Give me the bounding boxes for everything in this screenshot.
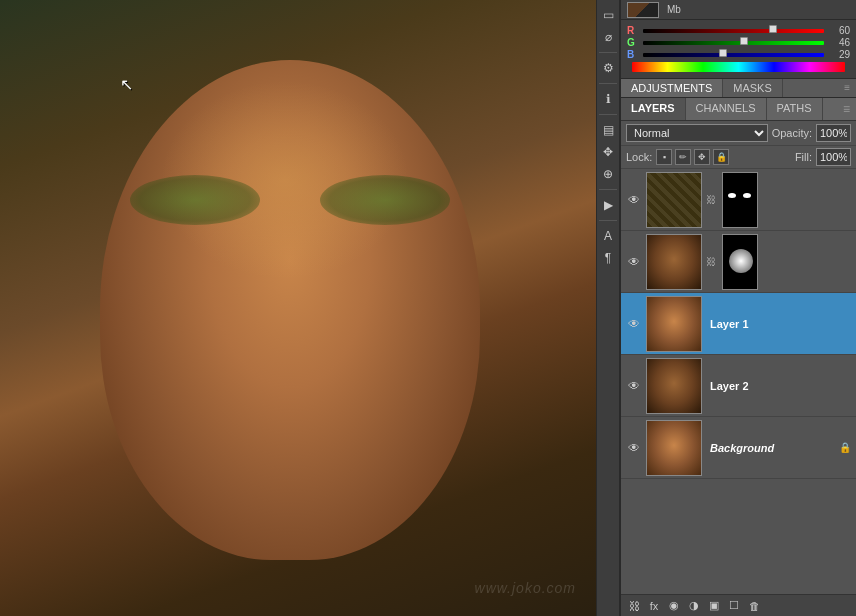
tool-crop[interactable]: ⚙ (598, 58, 618, 78)
curve-row-r: R 60 (627, 25, 850, 36)
thumb-face-dark-2 (647, 359, 701, 413)
layer-visibility-btn-1[interactable]: 👁 (626, 254, 642, 270)
adjustment-masks-tabbar: ADJUSTMENTS MASKS ≡ (621, 79, 856, 98)
cursor-arrow: ↖ (120, 75, 132, 91)
canvas-area: ↖ www.joko.com (0, 0, 596, 616)
layer-visibility-btn-2[interactable]: 👁 (626, 316, 642, 332)
g-track-bar (643, 41, 824, 45)
b-thumb[interactable] (719, 49, 727, 57)
lock-transparent-btn[interactable]: ▪ (656, 149, 672, 165)
background-lock-icon: 🔒 (839, 442, 851, 454)
link-layers-btn[interactable]: ⛓ (625, 597, 643, 615)
layers-panel-menu-btn[interactable]: ≡ (837, 98, 856, 120)
r-track[interactable] (643, 27, 824, 35)
layers-channels-paths-tabbar: LAYERS CHANNELS PATHS ≡ (621, 98, 856, 121)
layer-link-icon-0: ⛓ (706, 172, 716, 228)
r-value: 60 (828, 25, 850, 36)
layer-style-btn[interactable]: fx (645, 597, 663, 615)
toolbar-separator-5 (599, 220, 617, 221)
layer-visibility-btn-0[interactable]: 👁 (626, 192, 642, 208)
r-track-bar (643, 29, 824, 33)
layer-thumbnail-1 (646, 234, 702, 290)
g-thumb[interactable] (740, 37, 748, 45)
mask-eyes-thumb (723, 173, 757, 227)
watermark: www.joko.com (475, 580, 576, 596)
blend-mode-select[interactable]: Normal (626, 124, 768, 142)
mask-dot-right (743, 193, 751, 198)
fill-input[interactable] (816, 148, 851, 166)
tool-lasso[interactable]: ⌀ (598, 27, 618, 47)
fill-label: Fill: (795, 151, 812, 163)
g-track[interactable] (643, 39, 824, 47)
lock-position-btn[interactable]: ✥ (694, 149, 710, 165)
tool-move[interactable]: ✥ (598, 142, 618, 162)
group-layers-btn[interactable]: ▣ (705, 597, 723, 615)
panel-menu-btn[interactable]: ≡ (838, 79, 856, 97)
layer-visibility-btn-4[interactable]: 👁 (626, 440, 642, 456)
tab-layers[interactable]: LAYERS (621, 98, 686, 120)
eye-shadow-left (130, 175, 260, 225)
toolbar-separator-1 (599, 52, 617, 53)
canvas-image: ↖ www.joko.com (0, 0, 596, 616)
lock-all-btn[interactable]: 🔒 (713, 149, 729, 165)
b-label: B (627, 49, 639, 60)
eye-shadow-right (320, 175, 450, 225)
thumb-face-dark (647, 235, 701, 289)
mask-glow-circle (729, 249, 753, 273)
thumb-bg-face (647, 421, 701, 475)
tab-spacer (823, 98, 837, 120)
layer-thumbnail-4 (646, 420, 702, 476)
new-layer-btn[interactable]: ☐ (725, 597, 743, 615)
lock-pixels-btn[interactable]: ✏ (675, 149, 691, 165)
r-label: R (627, 25, 639, 36)
b-track[interactable] (643, 51, 824, 59)
tab-masks[interactable]: MASKS (723, 79, 783, 97)
g-label: G (627, 37, 639, 48)
list-item[interactable]: 👁 ⛓ (621, 231, 856, 293)
tool-marquee[interactable]: ▭ (598, 5, 618, 25)
layer-visibility-btn-3[interactable]: 👁 (626, 378, 642, 394)
layer-thumbnail-3 (646, 358, 702, 414)
tool-grid[interactable]: ▤ (598, 120, 618, 140)
layer-link-icon-1: ⛓ (706, 234, 716, 290)
tool-info[interactable]: ℹ (598, 89, 618, 109)
layer-mask-btn[interactable]: ◉ (665, 597, 683, 615)
tab-channels[interactable]: CHANNELS (686, 98, 767, 120)
layer-name-4: Background (706, 442, 835, 454)
color-spectrum-strip (632, 62, 845, 72)
b-value: 29 (828, 49, 850, 60)
layer-thumbnail-0 (646, 172, 702, 228)
g-value: 46 (828, 37, 850, 48)
tool-play[interactable]: ▶ (598, 195, 618, 215)
list-item[interactable]: 👁 Layer 2 (621, 355, 856, 417)
r-thumb[interactable] (769, 25, 777, 33)
curves-panel: R 60 G 46 B 29 (621, 20, 856, 79)
layer-thumbnail-2 (646, 296, 702, 352)
list-item[interactable]: 👁 Layer 1 (621, 293, 856, 355)
delete-layer-btn[interactable]: 🗑 (745, 597, 763, 615)
layer-name-2: Layer 1 (706, 318, 851, 330)
layer-mask-thumbnail-0 (722, 172, 758, 228)
mask-glow-thumb (723, 235, 757, 289)
layer-mask-thumbnail-1 (722, 234, 758, 290)
foreground-background-swatch[interactable] (627, 2, 659, 18)
tool-brush[interactable]: ⊕ (598, 164, 618, 184)
layer-name-3: Layer 2 (706, 380, 851, 392)
adjustment-layer-btn[interactable]: ◑ (685, 597, 703, 615)
toolbar-separator-4 (599, 189, 617, 190)
left-toolbar: ▭ ⌀ ⚙ ℹ ▤ ✥ ⊕ ▶ A ¶ (596, 0, 620, 616)
toolbar-separator-3 (599, 114, 617, 115)
opacity-input[interactable] (816, 124, 851, 142)
thumb-face-main (647, 297, 701, 351)
list-item[interactable]: 👁 ⛓ (621, 169, 856, 231)
mb-label: Mb (667, 4, 681, 15)
tool-paragraph[interactable]: ¶ (598, 248, 618, 268)
curve-row-g: G 46 (627, 37, 850, 48)
curve-row-b: B 29 (627, 49, 850, 60)
tool-text[interactable]: A (598, 226, 618, 246)
b-track-bar (643, 53, 824, 57)
list-item[interactable]: 👁 Background 🔒 (621, 417, 856, 479)
layers-bottom-toolbar: ⛓ fx ◉ ◑ ▣ ☐ 🗑 (621, 594, 856, 616)
tab-paths[interactable]: PATHS (767, 98, 823, 120)
tab-adjustments[interactable]: ADJUSTMENTS (621, 79, 723, 97)
